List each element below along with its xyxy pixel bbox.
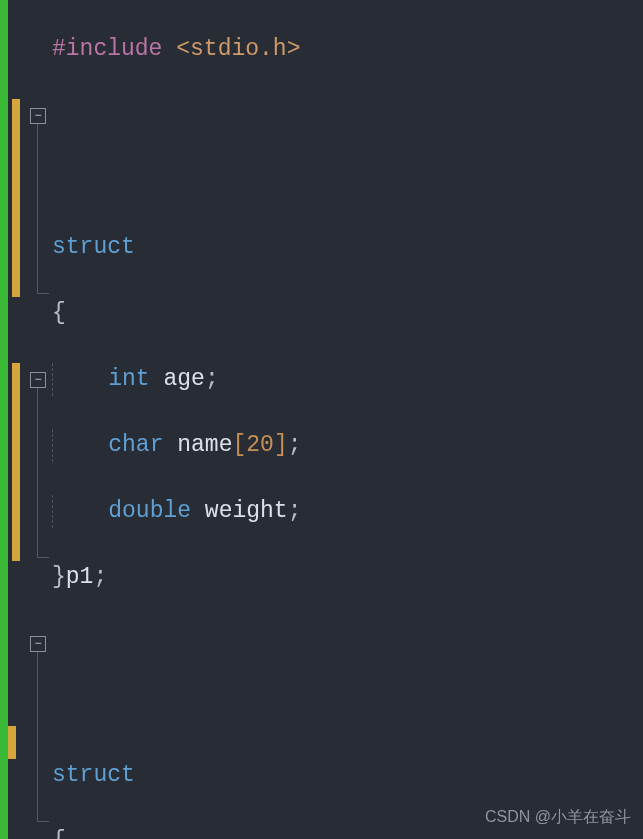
type-token: double (108, 498, 191, 524)
minus-icon: − (34, 638, 41, 650)
yellow-change-bar (12, 99, 20, 297)
brace-token: { (52, 300, 66, 326)
keyword-token: struct (52, 762, 135, 788)
yellow-change-bar (8, 726, 16, 759)
type-token: int (108, 366, 149, 392)
type-token: char (108, 432, 163, 458)
fold-end (37, 293, 49, 294)
code-area[interactable]: #include <stdio.h> struct { int age; cha… (50, 0, 643, 839)
code-line (52, 99, 643, 132)
minus-icon: − (34, 110, 41, 122)
fold-line (37, 652, 38, 822)
minus-icon: − (34, 374, 41, 386)
fold-toggle-icon[interactable]: − (30, 636, 46, 652)
code-line (52, 627, 643, 660)
ident-token: weight (205, 498, 288, 524)
fold-line (37, 124, 38, 294)
fold-end (37, 821, 49, 822)
fold-toggle-icon[interactable]: − (30, 108, 46, 124)
code-line: struct (52, 759, 643, 792)
ident-token: name (177, 432, 232, 458)
fold-gutter: − − − (28, 0, 50, 839)
change-marker-green (0, 0, 8, 839)
fold-end (37, 557, 49, 558)
brace-token: { (52, 828, 66, 839)
code-line: }p1; (52, 561, 643, 594)
array-token: [20] (232, 432, 287, 458)
code-line (52, 165, 643, 198)
code-line: double weight; (52, 495, 643, 528)
header-token: <stdio.h> (176, 36, 300, 62)
code-line: struct (52, 231, 643, 264)
code-line: { (52, 297, 643, 330)
code-editor: − − − #include <stdio.h> struct { int ag… (0, 0, 643, 839)
code-line (52, 693, 643, 726)
ident-token: p1 (66, 564, 94, 590)
fold-line (37, 388, 38, 558)
fold-toggle-icon[interactable]: − (30, 372, 46, 388)
yellow-change-bar (12, 363, 20, 561)
code-line: #include <stdio.h> (52, 33, 643, 66)
code-line: int age; (52, 363, 643, 396)
watermark-text: CSDN @小羊在奋斗 (485, 800, 631, 833)
code-line: char name[20]; (52, 429, 643, 462)
ident-token: age (163, 366, 204, 392)
keyword-token: struct (52, 234, 135, 260)
preproc-token: #include (52, 36, 162, 62)
change-marker-yellow-column (8, 0, 28, 839)
